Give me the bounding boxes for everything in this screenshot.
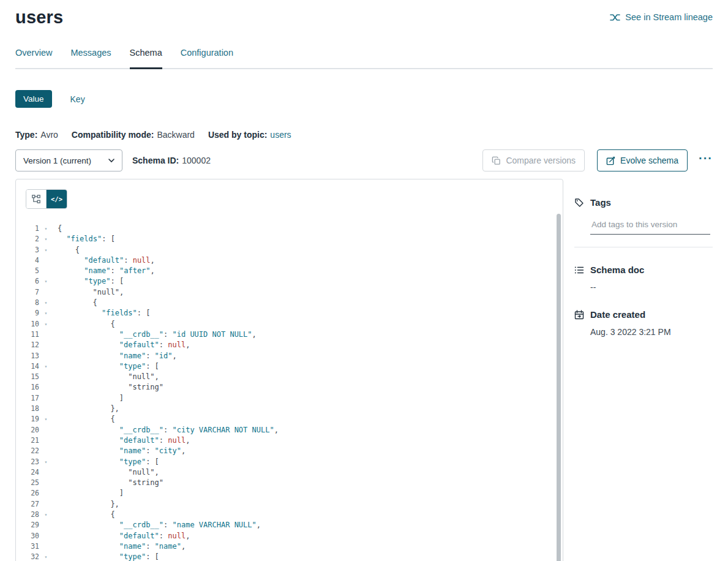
collapse-arrow-spacer bbox=[39, 393, 53, 404]
code-lines: 1▾{2▾"fields": [3▾{4"default": null,5"na… bbox=[16, 224, 563, 561]
tab-configuration[interactable]: Configuration bbox=[181, 48, 233, 68]
code-line: 31"name": "name", bbox=[16, 541, 563, 552]
collapse-arrow-icon[interactable]: ▾ bbox=[39, 361, 53, 372]
stream-lineage-link[interactable]: See in Stream lineage bbox=[610, 12, 713, 23]
collapse-arrow-icon[interactable]: ▾ bbox=[39, 552, 53, 561]
collapse-arrow-icon[interactable]: ▾ bbox=[39, 510, 53, 520]
code-text: "name": "city", bbox=[53, 446, 186, 456]
schema-type: Type:Avro bbox=[15, 130, 58, 140]
code-line: 16"string" bbox=[16, 382, 563, 393]
code-text: "string" bbox=[53, 382, 163, 393]
key-toggle-button[interactable]: Key bbox=[70, 94, 85, 104]
code-line: 28▾{ bbox=[16, 510, 563, 520]
code-text: "default": null, bbox=[53, 340, 190, 350]
collapse-arrow-icon[interactable]: ▾ bbox=[39, 457, 53, 467]
line-number: 24 bbox=[16, 467, 39, 478]
compatibility-mode-value: Backward bbox=[157, 130, 194, 140]
code-line: 30"default": null, bbox=[16, 531, 563, 541]
tab-schema[interactable]: Schema bbox=[130, 48, 162, 69]
collapse-arrow-spacer bbox=[39, 340, 53, 350]
code-text: "null", bbox=[53, 287, 124, 298]
vertical-scrollbar-thumb[interactable] bbox=[557, 214, 561, 561]
collapse-arrow-icon[interactable]: ▾ bbox=[39, 414, 53, 424]
code-line: 2▾"fields": [ bbox=[16, 234, 563, 244]
collapse-arrow-spacer bbox=[39, 478, 53, 488]
compare-versions-button[interactable]: Compare versions bbox=[482, 149, 585, 171]
code-line: 22"name": "city", bbox=[16, 446, 563, 456]
code-line: 8▾{ bbox=[16, 298, 563, 308]
line-number: 12 bbox=[16, 340, 39, 350]
code-line: 23▾"type": [ bbox=[16, 457, 563, 467]
line-number: 5 bbox=[16, 266, 39, 276]
schema-code-panel: </> 1▾{2▾"fields": [3▾{4"default": null,… bbox=[15, 179, 563, 561]
topic-link[interactable]: users bbox=[270, 130, 291, 140]
more-options-button[interactable]: ··· bbox=[699, 155, 713, 166]
line-number: 26 bbox=[16, 488, 39, 499]
add-tags-input[interactable] bbox=[590, 217, 710, 235]
collapse-arrow-icon[interactable]: ▾ bbox=[39, 308, 53, 318]
schema-doc-section: Schema doc -- bbox=[574, 265, 713, 292]
code-line: 21"default": null, bbox=[16, 435, 563, 446]
page-title: users bbox=[15, 7, 63, 28]
evolve-schema-button[interactable]: Evolve schema bbox=[597, 149, 688, 171]
used-by-topic-label: Used by topic: bbox=[208, 130, 267, 140]
collapse-arrow-icon[interactable]: ▾ bbox=[39, 224, 53, 234]
collapse-arrow-spacer bbox=[39, 404, 53, 414]
code-text: { bbox=[53, 224, 62, 234]
sidebar-divider bbox=[574, 247, 713, 247]
code-line: 11"__crdb__": "id UUID NOT NULL", bbox=[16, 329, 563, 340]
code-line: 6▾"type": [ bbox=[16, 276, 563, 287]
version-select[interactable]: Version 1 (current) bbox=[15, 149, 122, 171]
schema-id: Schema ID:100002 bbox=[132, 156, 211, 165]
line-number: 9 bbox=[16, 308, 39, 318]
schema-main: </> 1▾{2▾"fields": [3▾{4"default": null,… bbox=[15, 179, 713, 561]
collapse-arrow-icon[interactable]: ▾ bbox=[39, 234, 53, 244]
code-text: }, bbox=[53, 404, 119, 414]
collapse-arrow-spacer bbox=[39, 351, 53, 361]
tags-title: Tags bbox=[590, 197, 611, 208]
date-created-value: Aug. 3 2022 3:21 PM bbox=[590, 327, 713, 337]
code-view-button[interactable]: </> bbox=[47, 190, 67, 208]
code-line: 18}, bbox=[16, 404, 563, 414]
code-line: 13"name": "id", bbox=[16, 351, 563, 361]
collapse-arrow-spacer bbox=[39, 446, 53, 456]
line-number: 22 bbox=[16, 446, 39, 456]
collapse-arrow-icon[interactable]: ▾ bbox=[39, 276, 53, 287]
schema-id-value: 100002 bbox=[182, 156, 211, 165]
code-line: 9▾"fields": [ bbox=[16, 308, 563, 318]
evolve-schema-label: Evolve schema bbox=[620, 156, 678, 165]
code-text: ] bbox=[53, 393, 124, 404]
compare-versions-icon bbox=[492, 156, 501, 165]
chevron-down-icon bbox=[108, 159, 114, 163]
tab-overview[interactable]: Overview bbox=[15, 48, 52, 68]
schema-type-value: Avro bbox=[40, 130, 58, 140]
schema-type-label: Type: bbox=[15, 130, 37, 140]
schema-id-label: Schema ID: bbox=[132, 156, 179, 165]
code-text: { bbox=[53, 298, 97, 308]
value-toggle-button[interactable]: Value bbox=[15, 90, 52, 108]
collapse-arrow-icon[interactable]: ▾ bbox=[39, 245, 53, 255]
collapse-arrow-icon[interactable]: ▾ bbox=[39, 319, 53, 329]
schema-doc-title: Schema doc bbox=[590, 265, 644, 275]
code-text: { bbox=[53, 510, 115, 520]
code-line: 12"default": null, bbox=[16, 340, 563, 350]
line-number: 17 bbox=[16, 393, 39, 404]
collapse-arrow-spacer bbox=[39, 382, 53, 393]
date-created-title: Date created bbox=[590, 309, 645, 320]
tab-bar: Overview Messages Schema Configuration bbox=[15, 48, 713, 69]
code-text: "default": null, bbox=[53, 255, 155, 266]
collapse-arrow-spacer bbox=[39, 287, 53, 298]
collapse-arrow-icon[interactable]: ▾ bbox=[39, 298, 53, 308]
line-number: 20 bbox=[16, 425, 39, 435]
stream-lineage-label: See in Stream lineage bbox=[625, 12, 713, 22]
code-view-toggle: </> bbox=[26, 189, 67, 209]
tab-messages[interactable]: Messages bbox=[70, 48, 111, 68]
code-text: { bbox=[53, 245, 80, 255]
line-number: 28 bbox=[16, 510, 39, 520]
tags-section: Tags bbox=[574, 197, 713, 247]
page: users See in Stream lineage Overview Mes… bbox=[0, 0, 728, 561]
line-number: 14 bbox=[16, 361, 39, 372]
tree-view-button[interactable] bbox=[26, 190, 47, 208]
collapse-arrow-spacer bbox=[39, 435, 53, 446]
line-number: 30 bbox=[16, 531, 39, 541]
